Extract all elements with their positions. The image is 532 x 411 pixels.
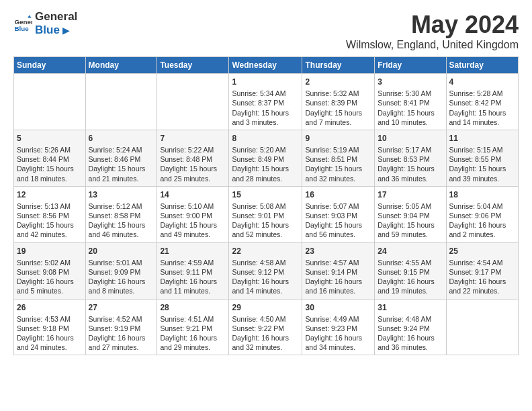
day-number: 21 bbox=[160, 246, 226, 257]
day-info: Sunrise: 5:04 AMSunset: 9:06 PMDaylight:… bbox=[449, 201, 515, 240]
calendar-cell: 24Sunrise: 4:55 AMSunset: 9:15 PMDayligh… bbox=[375, 242, 446, 299]
day-info: Sunrise: 4:51 AMSunset: 9:21 PMDaylight:… bbox=[160, 314, 226, 353]
calendar-cell: 1Sunrise: 5:34 AMSunset: 8:37 PMDaylight… bbox=[229, 74, 302, 130]
day-number: 6 bbox=[89, 133, 154, 144]
day-number: 12 bbox=[17, 189, 83, 200]
day-number: 29 bbox=[232, 302, 299, 313]
day-number: 30 bbox=[305, 302, 371, 313]
weekday-header-row: SundayMondayTuesdayWednesdayThursdayFrid… bbox=[14, 57, 519, 74]
day-number: 24 bbox=[378, 246, 443, 257]
calendar-cell bbox=[14, 74, 86, 130]
day-number: 3 bbox=[378, 77, 443, 87]
weekday-header-friday: Friday bbox=[375, 57, 446, 74]
logo-general-text: General bbox=[35, 11, 77, 24]
day-info: Sunrise: 5:19 AMSunset: 8:51 PMDaylight:… bbox=[305, 145, 371, 183]
weekday-header-tuesday: Tuesday bbox=[157, 57, 229, 74]
calendar-week-row: 12Sunrise: 5:13 AMSunset: 8:56 PMDayligh… bbox=[14, 186, 519, 242]
day-info: Sunrise: 5:30 AMSunset: 8:41 PMDaylight:… bbox=[378, 89, 443, 127]
day-info: Sunrise: 4:49 AMSunset: 9:23 PMDaylight:… bbox=[305, 314, 371, 353]
calendar-cell: 19Sunrise: 5:02 AMSunset: 9:08 PMDayligh… bbox=[14, 242, 86, 299]
calendar-cell: 13Sunrise: 5:12 AMSunset: 8:58 PMDayligh… bbox=[85, 186, 157, 242]
day-number: 13 bbox=[89, 189, 154, 200]
day-info: Sunrise: 5:08 AMSunset: 9:01 PMDaylight:… bbox=[232, 201, 299, 240]
day-number: 7 bbox=[160, 133, 226, 144]
day-number: 27 bbox=[89, 302, 154, 313]
calendar-table: SundayMondayTuesdayWednesdayThursdayFrid… bbox=[13, 56, 519, 355]
day-info: Sunrise: 5:20 AMSunset: 8:49 PMDaylight:… bbox=[232, 145, 299, 183]
calendar-cell: 22Sunrise: 4:58 AMSunset: 9:12 PMDayligh… bbox=[229, 242, 302, 299]
calendar-cell: 9Sunrise: 5:19 AMSunset: 8:51 PMDaylight… bbox=[302, 130, 375, 186]
day-info: Sunrise: 4:54 AMSunset: 9:17 PMDaylight:… bbox=[449, 258, 515, 296]
day-number: 19 bbox=[17, 246, 83, 257]
day-number: 31 bbox=[378, 302, 443, 313]
weekday-header-thursday: Thursday bbox=[302, 57, 375, 74]
day-number: 4 bbox=[449, 77, 515, 87]
day-number: 18 bbox=[449, 189, 515, 200]
calendar-cell: 20Sunrise: 5:01 AMSunset: 9:09 PMDayligh… bbox=[85, 242, 157, 299]
day-number: 15 bbox=[232, 189, 299, 200]
day-info: Sunrise: 4:50 AMSunset: 9:22 PMDaylight:… bbox=[232, 314, 299, 353]
day-number: 16 bbox=[305, 189, 371, 200]
calendar-cell: 8Sunrise: 5:20 AMSunset: 8:49 PMDaylight… bbox=[229, 130, 302, 186]
weekday-header-sunday: Sunday bbox=[14, 57, 86, 74]
calendar-cell: 25Sunrise: 4:54 AMSunset: 9:17 PMDayligh… bbox=[446, 242, 518, 299]
day-info: Sunrise: 5:05 AMSunset: 9:04 PMDaylight:… bbox=[378, 201, 443, 240]
day-info: Sunrise: 5:10 AMSunset: 9:00 PMDaylight:… bbox=[160, 201, 226, 240]
day-info: Sunrise: 5:34 AMSunset: 8:37 PMDaylight:… bbox=[232, 89, 299, 127]
day-info: Sunrise: 4:52 AMSunset: 9:19 PMDaylight:… bbox=[89, 314, 154, 353]
day-number: 10 bbox=[378, 133, 443, 144]
calendar-cell: 2Sunrise: 5:32 AMSunset: 8:39 PMDaylight… bbox=[302, 74, 375, 130]
day-info: Sunrise: 5:22 AMSunset: 8:48 PMDaylight:… bbox=[160, 145, 226, 183]
day-info: Sunrise: 4:55 AMSunset: 9:15 PMDaylight:… bbox=[378, 258, 443, 296]
calendar-cell: 15Sunrise: 5:08 AMSunset: 9:01 PMDayligh… bbox=[229, 186, 302, 242]
calendar-cell: 26Sunrise: 4:53 AMSunset: 9:18 PMDayligh… bbox=[14, 299, 86, 355]
day-number: 14 bbox=[160, 189, 226, 200]
calendar-cell: 16Sunrise: 5:07 AMSunset: 9:03 PMDayligh… bbox=[302, 186, 375, 242]
day-number: 5 bbox=[17, 133, 83, 144]
logo: General Blue General Blue ▶ bbox=[13, 11, 77, 37]
page-header: General Blue General Blue ▶ May 2024 Wil… bbox=[13, 11, 519, 51]
day-info: Sunrise: 4:57 AMSunset: 9:14 PMDaylight:… bbox=[305, 258, 371, 296]
calendar-week-row: 26Sunrise: 4:53 AMSunset: 9:18 PMDayligh… bbox=[14, 299, 519, 355]
day-number: 26 bbox=[17, 302, 83, 313]
day-info: Sunrise: 4:53 AMSunset: 9:18 PMDaylight:… bbox=[17, 314, 83, 353]
day-number: 22 bbox=[232, 246, 299, 257]
day-info: Sunrise: 5:15 AMSunset: 8:55 PMDaylight:… bbox=[449, 145, 515, 183]
calendar-cell: 4Sunrise: 5:28 AMSunset: 8:42 PMDaylight… bbox=[446, 74, 518, 130]
calendar-cell bbox=[85, 74, 157, 130]
day-number: 9 bbox=[305, 133, 371, 144]
calendar-cell: 7Sunrise: 5:22 AMSunset: 8:48 PMDaylight… bbox=[157, 130, 229, 186]
title-area: May 2024 Wilmslow, England, United Kingd… bbox=[346, 11, 519, 51]
day-info: Sunrise: 4:59 AMSunset: 9:11 PMDaylight:… bbox=[160, 258, 226, 296]
calendar-cell: 17Sunrise: 5:05 AMSunset: 9:04 PMDayligh… bbox=[375, 186, 446, 242]
svg-marker-2 bbox=[28, 15, 32, 18]
day-number: 1 bbox=[232, 77, 299, 87]
day-number: 28 bbox=[160, 302, 226, 313]
calendar-cell: 12Sunrise: 5:13 AMSunset: 8:56 PMDayligh… bbox=[14, 186, 86, 242]
day-number: 20 bbox=[89, 246, 154, 257]
calendar-cell: 18Sunrise: 5:04 AMSunset: 9:06 PMDayligh… bbox=[446, 186, 518, 242]
day-info: Sunrise: 5:13 AMSunset: 8:56 PMDaylight:… bbox=[17, 201, 83, 240]
day-info: Sunrise: 5:01 AMSunset: 9:09 PMDaylight:… bbox=[89, 258, 154, 296]
day-number: 2 bbox=[305, 77, 371, 87]
calendar-cell: 11Sunrise: 5:15 AMSunset: 8:55 PMDayligh… bbox=[446, 130, 518, 186]
day-info: Sunrise: 5:32 AMSunset: 8:39 PMDaylight:… bbox=[305, 89, 371, 127]
day-info: Sunrise: 4:48 AMSunset: 9:24 PMDaylight:… bbox=[378, 314, 443, 353]
calendar-cell: 30Sunrise: 4:49 AMSunset: 9:23 PMDayligh… bbox=[302, 299, 375, 355]
day-info: Sunrise: 4:58 AMSunset: 9:12 PMDaylight:… bbox=[232, 258, 299, 296]
day-number: 23 bbox=[305, 246, 371, 257]
day-info: Sunrise: 5:07 AMSunset: 9:03 PMDaylight:… bbox=[305, 201, 371, 240]
calendar-cell bbox=[446, 299, 518, 355]
day-number: 8 bbox=[232, 133, 299, 144]
day-info: Sunrise: 5:26 AMSunset: 8:44 PMDaylight:… bbox=[17, 145, 83, 183]
day-info: Sunrise: 5:12 AMSunset: 8:58 PMDaylight:… bbox=[89, 201, 154, 240]
day-number: 11 bbox=[449, 133, 515, 144]
calendar-cell bbox=[157, 74, 229, 130]
day-info: Sunrise: 5:24 AMSunset: 8:46 PMDaylight:… bbox=[89, 145, 154, 183]
day-info: Sunrise: 5:28 AMSunset: 8:42 PMDaylight:… bbox=[449, 89, 515, 127]
day-number: 17 bbox=[378, 189, 443, 200]
weekday-header-monday: Monday bbox=[85, 57, 157, 74]
calendar-cell: 5Sunrise: 5:26 AMSunset: 8:44 PMDaylight… bbox=[14, 130, 86, 186]
calendar-title: May 2024 bbox=[346, 11, 519, 39]
calendar-cell: 31Sunrise: 4:48 AMSunset: 9:24 PMDayligh… bbox=[375, 299, 446, 355]
